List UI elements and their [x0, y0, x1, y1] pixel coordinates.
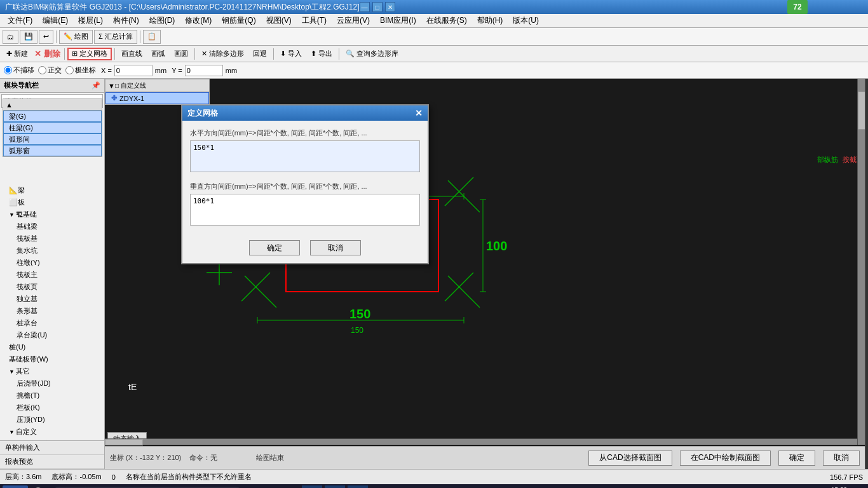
menu-bim[interactable]: BIM应用(I)	[375, 14, 421, 27]
horizontal-input[interactable]: 150*1	[190, 140, 420, 172]
menu-view[interactable]: 视图(V)	[261, 14, 297, 27]
sidebar-item-pile-cap[interactable]: 桩承台	[0, 317, 104, 329]
draw-line-btn[interactable]: 画直线	[118, 48, 146, 60]
comp-item-col-beam-g[interactable]: 柱梁(G)	[3, 122, 102, 133]
taskbar-app6[interactable]: e	[416, 485, 437, 488]
taskbar-cortana[interactable]: 🔲	[264, 485, 280, 488]
polar-radio[interactable]: 极坐标	[65, 65, 96, 75]
menu-rebar[interactable]: 钢筋量(Q)	[217, 14, 261, 27]
close-btn[interactable]: ✕	[385, 2, 395, 12]
sidebar-item-other[interactable]: ▼其它	[0, 365, 104, 377]
y-input[interactable]	[185, 65, 223, 76]
menu-help[interactable]: 帮助(H)	[472, 14, 508, 27]
no-snap-radio[interactable]: 不捕移	[4, 65, 34, 75]
draw-arc-btn[interactable]: 画弧	[147, 48, 169, 60]
taskbar-app9[interactable]: 📌	[485, 485, 505, 488]
taskbar-app8[interactable]: 🔶	[462, 485, 482, 488]
bottom-cancel-btn[interactable]: 取消	[823, 451, 860, 466]
query-poly-btn[interactable]: 🔍 查询多边形库	[342, 48, 402, 60]
menu-modify[interactable]: 修改(M)	[180, 14, 217, 27]
maximize-btn[interactable]: □	[372, 2, 383, 12]
minimize-btn[interactable]: —	[360, 2, 370, 12]
menu-file[interactable]: 文件(F)	[3, 14, 37, 27]
menu-tool[interactable]: 工具(T)	[297, 14, 332, 27]
define-grid-btn[interactable]: ⊞ 定义网格	[67, 48, 112, 60]
taskbar-app1[interactable]: 🌐	[302, 485, 322, 488]
sidebar-item-plate[interactable]: ⬜ 板	[0, 196, 104, 208]
sidebar-item-found-beam[interactable]: 基础梁	[0, 220, 104, 233]
horizontal-label: 水平方向间距(mm)=>间距*个数, 间距, 间距*个数, 间距, ...	[190, 128, 420, 138]
sidebar-item-top-cap[interactable]: 压顶(YD)	[0, 414, 104, 426]
comp-item-arc-room[interactable]: 弧形间	[3, 133, 102, 145]
x-input[interactable]	[114, 65, 153, 76]
menu-cloud[interactable]: 云应用(V)	[332, 14, 375, 27]
sidebar-item-raft-main[interactable]: 筏板主	[0, 269, 104, 281]
start-btn[interactable]: ⊞	[3, 485, 28, 488]
sidebar-item-cap-beam[interactable]: 承台梁(U)	[0, 329, 104, 341]
draw-in-cad-btn[interactable]: 在CAD中绘制截面图	[680, 451, 771, 466]
scrollbar-v-thumb[interactable]	[858, 92, 865, 130]
sidebar-item-beam[interactable]: 📐 梁	[0, 184, 104, 196]
scrollbar-h[interactable]	[105, 438, 857, 445]
sidebar-item-railing[interactable]: 栏板(K)	[0, 402, 104, 414]
single-comp-btn[interactable]: 单构件输入	[0, 441, 104, 455]
sidebar-item-post-cast[interactable]: 后浇带(JD)	[0, 377, 104, 390]
sidebar-item-found-strip[interactable]: 基础板带(W)	[0, 353, 104, 365]
clear-poly-btn[interactable]: ✕ 清除多边形	[198, 48, 248, 60]
import-btn[interactable]: ⬇ 导入	[276, 48, 306, 60]
menu-version[interactable]: 版本(U)	[508, 14, 544, 27]
taskbar-app10[interactable]: G	[508, 485, 528, 488]
menu-edit[interactable]: 编辑(E)	[37, 14, 73, 27]
custom-line-header: ▼ □ 自定义线	[105, 79, 209, 92]
menu-floor[interactable]: 楼层(L)	[73, 14, 108, 27]
sidebar-item-raft-base[interactable]: 筏板基	[0, 233, 104, 245]
sidebar-item-strip[interactable]: 条形基	[0, 305, 104, 317]
taskbar-app3[interactable]: 📁	[348, 485, 368, 488]
dialog-title-bar[interactable]: 定义网格 ✕	[182, 105, 428, 121]
scrollbar-h-thumb[interactable]	[105, 439, 143, 445]
dialog-close-btn[interactable]: ✕	[415, 108, 423, 118]
new-toolbar-btn[interactable]: 🗂	[3, 30, 18, 44]
scrollbar-v[interactable]	[857, 79, 865, 445]
delete-btn[interactable]: ✕ 删除	[34, 48, 60, 60]
dialog-confirm-btn[interactable]: 确定	[249, 240, 300, 255]
taskbar-app2[interactable]: ⚙	[325, 485, 345, 488]
menu-draw[interactable]: 绘图(D)	[144, 14, 180, 27]
taskbar-apps[interactable]: ⊞	[283, 485, 299, 488]
taskbar-app5[interactable]: e	[393, 485, 414, 488]
bottom-confirm-btn[interactable]: 确定	[778, 451, 815, 466]
sidebar-item-standalone[interactable]: 独立基	[0, 293, 104, 305]
draw-circle-btn[interactable]: 画圆	[170, 48, 192, 60]
sidebar-item-sump[interactable]: 集水坑	[0, 245, 104, 257]
draw-btn[interactable]: ✏️ 绘图	[59, 30, 93, 44]
dialog-cancel-btn[interactable]: 取消	[310, 240, 361, 255]
sidebar-item-col-mount[interactable]: 柱墩(Y)	[0, 257, 104, 269]
toolbar-sep1	[56, 30, 57, 43]
orthogonal-radio[interactable]: 正交	[38, 65, 62, 75]
toolbar2-sep3	[194, 48, 195, 60]
menu-component[interactable]: 构件(N)	[108, 14, 144, 27]
export-btn[interactable]: ⬆ 导出	[307, 48, 336, 60]
toolbar-extra[interactable]: 📋	[143, 30, 161, 44]
report-preview-btn[interactable]: 报表预览	[0, 455, 104, 469]
from-cad-btn[interactable]: 从CAD选择截面图	[588, 451, 672, 466]
undo-cad-btn[interactable]: 回退	[249, 48, 271, 60]
taskbar-app4[interactable]: 🌀	[370, 485, 391, 488]
taskbar-app7[interactable]: 📂	[439, 485, 459, 488]
sidebar-pin[interactable]: 📌	[92, 81, 100, 90]
sidebar-item-foundation[interactable]: ▼ 🏗 基础	[0, 208, 104, 220]
menu-online[interactable]: 在线服务(S)	[421, 14, 472, 27]
comp-item-arc-window[interactable]: 弧形窗	[3, 145, 102, 156]
custom-line-item[interactable]: ✤ ZDYX-1	[105, 92, 209, 104]
undo-main-btn[interactable]: ↩	[39, 30, 53, 44]
new-shape-btn[interactable]: ✚ 新建	[3, 48, 32, 60]
calc-btn[interactable]: Σ 汇总计算	[94, 30, 137, 44]
y-coord-group: Y = mm	[172, 65, 237, 76]
comp-item-beam-g[interactable]: 梁(G)	[3, 111, 102, 122]
sidebar-item-raft-page[interactable]: 筏板页	[0, 281, 104, 293]
sidebar-item-custom[interactable]: ▼自定义	[0, 426, 104, 438]
vertical-input[interactable]: 100*1	[190, 194, 420, 226]
save-btn[interactable]: 💾	[20, 30, 37, 44]
sidebar-item-eave[interactable]: 挑檐(T)	[0, 390, 104, 402]
sidebar-item-pile[interactable]: 桩(U)	[0, 341, 104, 353]
